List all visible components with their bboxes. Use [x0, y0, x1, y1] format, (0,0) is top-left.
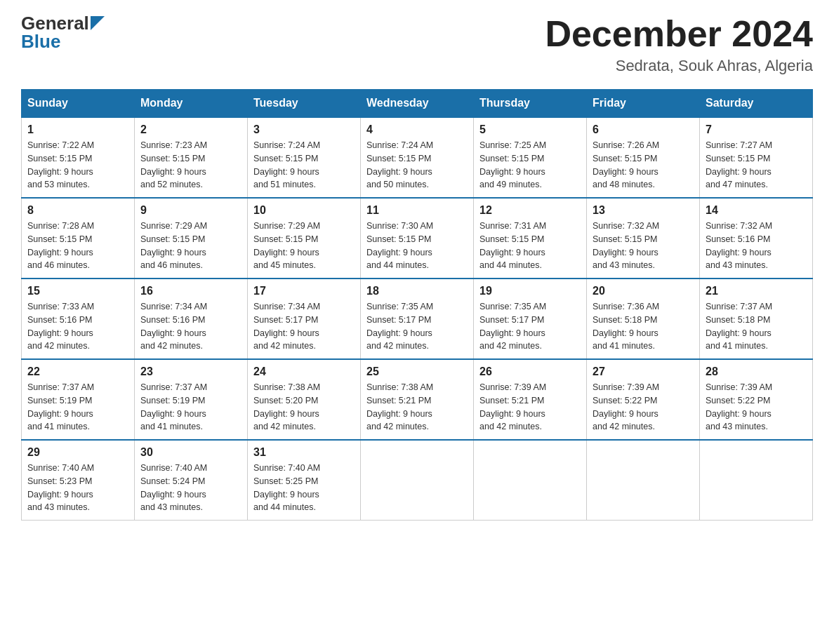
day-number: 12: [479, 204, 581, 217]
day-number: 21: [706, 285, 807, 297]
table-row: [474, 440, 587, 521]
day-info: Sunrise: 7:30 AMSunset: 5:15 PMDaylight:…: [366, 220, 468, 272]
table-row: 2Sunrise: 7:23 AMSunset: 5:15 PMDaylight…: [135, 117, 248, 198]
day-info: Sunrise: 7:22 AMSunset: 5:15 PMDaylight:…: [27, 139, 128, 192]
day-number: 8: [27, 204, 128, 217]
logo-blue-text: Blue: [21, 31, 60, 52]
table-row: 27Sunrise: 7:39 AMSunset: 5:22 PMDayligh…: [587, 359, 700, 440]
day-info: Sunrise: 7:31 AMSunset: 5:15 PMDaylight:…: [479, 220, 581, 272]
day-info: Sunrise: 7:39 AMSunset: 5:21 PMDaylight:…: [479, 381, 581, 434]
day-number: 4: [366, 123, 468, 136]
day-number: 30: [140, 446, 241, 459]
day-number: 18: [366, 285, 468, 297]
day-info: Sunrise: 7:40 AMSunset: 5:25 PMDaylight:…: [253, 462, 355, 514]
day-number: 20: [593, 285, 694, 297]
day-info: Sunrise: 7:38 AMSunset: 5:20 PMDaylight:…: [253, 381, 355, 434]
day-info: Sunrise: 7:24 AMSunset: 5:15 PMDaylight:…: [253, 139, 355, 192]
day-info: Sunrise: 7:38 AMSunset: 5:21 PMDaylight:…: [366, 381, 468, 434]
col-friday: Friday: [587, 90, 700, 118]
day-info: Sunrise: 7:32 AMSunset: 5:16 PMDaylight:…: [706, 220, 807, 272]
table-row: 28Sunrise: 7:39 AMSunset: 5:22 PMDayligh…: [700, 359, 813, 440]
col-monday: Monday: [135, 90, 248, 118]
location-title: Sedrata, Souk Ahras, Algeria: [545, 57, 813, 75]
day-info: Sunrise: 7:25 AMSunset: 5:15 PMDaylight:…: [479, 139, 581, 192]
day-number: 9: [140, 204, 241, 217]
day-info: Sunrise: 7:28 AMSunset: 5:15 PMDaylight:…: [27, 220, 128, 272]
logo-arrow-icon: [91, 16, 105, 32]
table-row: 14Sunrise: 7:32 AMSunset: 5:16 PMDayligh…: [700, 198, 813, 279]
table-row: 24Sunrise: 7:38 AMSunset: 5:20 PMDayligh…: [248, 359, 361, 440]
day-info: Sunrise: 7:32 AMSunset: 5:15 PMDaylight:…: [593, 220, 694, 272]
day-info: Sunrise: 7:34 AMSunset: 5:17 PMDaylight:…: [253, 300, 355, 353]
calendar-week-row: 8Sunrise: 7:28 AMSunset: 5:15 PMDaylight…: [22, 198, 813, 279]
calendar-week-row: 22Sunrise: 7:37 AMSunset: 5:19 PMDayligh…: [22, 359, 813, 440]
day-info: Sunrise: 7:39 AMSunset: 5:22 PMDaylight:…: [706, 381, 807, 434]
day-number: 28: [706, 365, 807, 378]
table-row: 22Sunrise: 7:37 AMSunset: 5:19 PMDayligh…: [22, 359, 135, 440]
day-number: 1: [27, 123, 128, 136]
table-row: 4Sunrise: 7:24 AMSunset: 5:15 PMDaylight…: [361, 117, 474, 198]
day-info: Sunrise: 7:37 AMSunset: 5:19 PMDaylight:…: [140, 381, 241, 434]
day-number: 2: [140, 123, 241, 136]
day-number: 29: [27, 446, 128, 459]
day-number: 31: [253, 446, 355, 459]
table-row: 19Sunrise: 7:35 AMSunset: 5:17 PMDayligh…: [474, 279, 587, 359]
day-number: 26: [479, 365, 581, 378]
day-info: Sunrise: 7:37 AMSunset: 5:19 PMDaylight:…: [27, 381, 128, 434]
day-info: Sunrise: 7:35 AMSunset: 5:17 PMDaylight:…: [366, 300, 468, 353]
table-row: 13Sunrise: 7:32 AMSunset: 5:15 PMDayligh…: [587, 198, 700, 279]
day-number: 22: [27, 365, 128, 378]
day-info: Sunrise: 7:33 AMSunset: 5:16 PMDaylight:…: [27, 300, 128, 353]
table-row: 25Sunrise: 7:38 AMSunset: 5:21 PMDayligh…: [361, 359, 474, 440]
table-row: 5Sunrise: 7:25 AMSunset: 5:15 PMDaylight…: [474, 117, 587, 198]
table-row: 23Sunrise: 7:37 AMSunset: 5:19 PMDayligh…: [135, 359, 248, 440]
day-info: Sunrise: 7:37 AMSunset: 5:18 PMDaylight:…: [706, 300, 807, 353]
table-row: 1Sunrise: 7:22 AMSunset: 5:15 PMDaylight…: [22, 117, 135, 198]
day-info: Sunrise: 7:35 AMSunset: 5:17 PMDaylight:…: [479, 300, 581, 353]
calendar-week-row: 1Sunrise: 7:22 AMSunset: 5:15 PMDaylight…: [22, 117, 813, 198]
day-info: Sunrise: 7:40 AMSunset: 5:24 PMDaylight:…: [140, 462, 241, 514]
calendar-week-row: 29Sunrise: 7:40 AMSunset: 5:23 PMDayligh…: [22, 440, 813, 521]
day-number: 5: [479, 123, 581, 136]
day-info: Sunrise: 7:34 AMSunset: 5:16 PMDaylight:…: [140, 300, 241, 353]
table-row: 10Sunrise: 7:29 AMSunset: 5:15 PMDayligh…: [248, 198, 361, 279]
day-number: 11: [366, 204, 468, 217]
col-sunday: Sunday: [22, 90, 135, 118]
table-row: 26Sunrise: 7:39 AMSunset: 5:21 PMDayligh…: [474, 359, 587, 440]
table-row: [587, 440, 700, 521]
day-info: Sunrise: 7:40 AMSunset: 5:23 PMDaylight:…: [27, 462, 128, 514]
day-number: 25: [366, 365, 468, 378]
day-info: Sunrise: 7:24 AMSunset: 5:15 PMDaylight:…: [366, 139, 468, 192]
table-row: 17Sunrise: 7:34 AMSunset: 5:17 PMDayligh…: [248, 279, 361, 359]
day-number: 19: [479, 285, 581, 297]
day-number: 16: [140, 285, 241, 297]
calendar-header-row: Sunday Monday Tuesday Wednesday Thursday…: [22, 90, 813, 118]
day-number: 15: [27, 285, 128, 297]
day-number: 13: [593, 204, 694, 217]
day-number: 6: [593, 123, 694, 136]
table-row: 21Sunrise: 7:37 AMSunset: 5:18 PMDayligh…: [700, 279, 813, 359]
col-saturday: Saturday: [700, 90, 813, 118]
day-number: 10: [253, 204, 355, 217]
day-info: Sunrise: 7:39 AMSunset: 5:22 PMDaylight:…: [593, 381, 694, 434]
table-row: 6Sunrise: 7:26 AMSunset: 5:15 PMDaylight…: [587, 117, 700, 198]
table-row: 3Sunrise: 7:24 AMSunset: 5:15 PMDaylight…: [248, 117, 361, 198]
logo: General Blue: [21, 14, 105, 51]
day-info: Sunrise: 7:29 AMSunset: 5:15 PMDaylight:…: [253, 220, 355, 272]
day-number: 27: [593, 365, 694, 378]
table-row: 20Sunrise: 7:36 AMSunset: 5:18 PMDayligh…: [587, 279, 700, 359]
table-row: 11Sunrise: 7:30 AMSunset: 5:15 PMDayligh…: [361, 198, 474, 279]
table-row: 31Sunrise: 7:40 AMSunset: 5:25 PMDayligh…: [248, 440, 361, 521]
page-header: General Blue December 2024 Sedrata, Souk…: [21, 14, 813, 75]
table-row: [700, 440, 813, 521]
table-row: 12Sunrise: 7:31 AMSunset: 5:15 PMDayligh…: [474, 198, 587, 279]
day-number: 3: [253, 123, 355, 136]
table-row: [361, 440, 474, 521]
col-wednesday: Wednesday: [361, 90, 474, 118]
day-info: Sunrise: 7:26 AMSunset: 5:15 PMDaylight:…: [593, 139, 694, 192]
day-info: Sunrise: 7:27 AMSunset: 5:15 PMDaylight:…: [706, 139, 807, 192]
table-row: 30Sunrise: 7:40 AMSunset: 5:24 PMDayligh…: [135, 440, 248, 521]
day-number: 14: [706, 204, 807, 217]
calendar-table: Sunday Monday Tuesday Wednesday Thursday…: [21, 89, 813, 521]
calendar-week-row: 15Sunrise: 7:33 AMSunset: 5:16 PMDayligh…: [22, 279, 813, 359]
